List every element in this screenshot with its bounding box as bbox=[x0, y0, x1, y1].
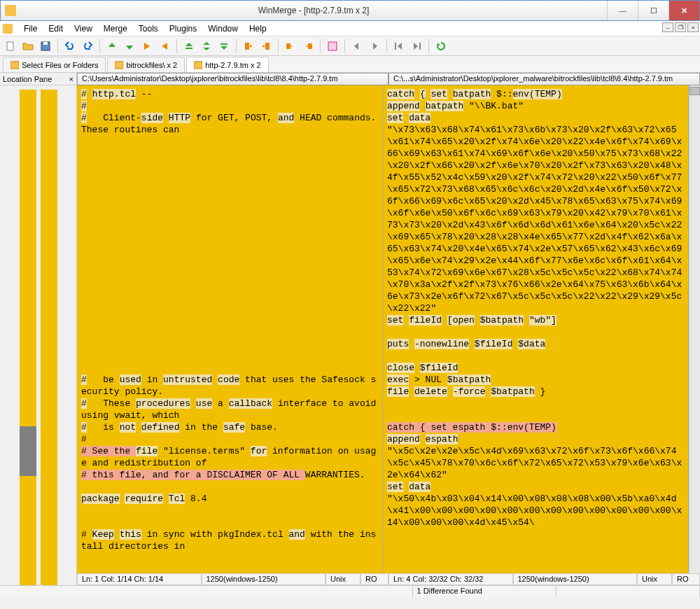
code-segment: use bbox=[196, 398, 212, 409]
new-button[interactable] bbox=[3, 38, 18, 54]
copy-right-adv-button[interactable] bbox=[283, 38, 298, 54]
code-segment: Client- bbox=[87, 113, 141, 123]
left-diff-pane[interactable]: # http.tcl -- # # Client-side HTTP for G… bbox=[77, 85, 383, 573]
mdi-close-button[interactable]: × bbox=[687, 22, 699, 32]
copy-right-button[interactable] bbox=[241, 38, 256, 54]
code-segment: $batpath bbox=[491, 386, 534, 397]
svg-rect-3 bbox=[186, 48, 192, 49]
left-path: C:\Users\Administrator\Desktop\jxplorer\… bbox=[77, 73, 388, 85]
menu-file[interactable]: File bbox=[18, 24, 43, 34]
code-segment: in the bbox=[179, 422, 223, 433]
svg-rect-4 bbox=[220, 43, 227, 45]
menu-edit[interactable]: Edit bbox=[43, 24, 69, 34]
redo-button[interactable] bbox=[80, 38, 95, 54]
svg-rect-7 bbox=[419, 43, 421, 50]
left-status-enc: 1250(windows-1250) bbox=[202, 573, 326, 585]
code-segment: catch { set espath $::env(TEMP) bbox=[387, 422, 556, 433]
code-segment: delete bbox=[414, 386, 447, 397]
svg-rect-0 bbox=[7, 42, 13, 50]
mdi-minimize-button[interactable]: – bbox=[662, 22, 673, 32]
code-segment bbox=[409, 386, 414, 397]
code-segment bbox=[420, 101, 426, 111]
file-tab[interactable]: Select Files or Folders bbox=[3, 57, 106, 72]
code-segment bbox=[430, 113, 436, 123]
save-button[interactable] bbox=[38, 38, 53, 54]
next-file-button[interactable] bbox=[367, 38, 382, 54]
vertical-scrollbar[interactable] bbox=[689, 85, 700, 573]
menu-help[interactable]: Help bbox=[244, 24, 272, 34]
first-diff-button[interactable] bbox=[181, 38, 197, 54]
menu-merge[interactable]: Merge bbox=[98, 24, 133, 34]
file-tab[interactable]: bitrockfiles\ x 2 bbox=[107, 57, 185, 72]
code-segment bbox=[190, 398, 196, 409]
last-diff-button[interactable] bbox=[216, 38, 232, 54]
next-page-button[interactable] bbox=[409, 38, 424, 54]
code-segment: not bbox=[120, 422, 136, 433]
code-segment: data bbox=[409, 482, 430, 492]
minimize-button[interactable]: — bbox=[607, 1, 638, 20]
all-right-button[interactable] bbox=[325, 38, 340, 54]
right-status-mode: RO bbox=[672, 573, 700, 585]
location-pane-close-icon[interactable]: × bbox=[69, 75, 74, 83]
toolbar bbox=[0, 36, 700, 56]
window-title: WinMerge - [http-2.7.9.tm x 2] bbox=[20, 6, 607, 15]
code-segment: and bbox=[289, 529, 305, 540]
code-segment: file bbox=[136, 446, 158, 456]
status-bar: 1 Difference Found bbox=[0, 585, 700, 597]
code-segment: side bbox=[141, 113, 163, 123]
code-segment bbox=[409, 339, 414, 349]
open-button[interactable] bbox=[20, 38, 36, 54]
menu-window[interactable]: Window bbox=[202, 24, 244, 34]
close-button[interactable]: ✕ bbox=[668, 1, 699, 20]
location-strip-left[interactable] bbox=[20, 90, 36, 585]
menu-view[interactable]: View bbox=[69, 24, 98, 34]
menu-tools[interactable]: Tools bbox=[133, 24, 164, 34]
undo-button[interactable] bbox=[62, 38, 78, 54]
code-segment: # bbox=[81, 113, 87, 123]
diff-up-button[interactable] bbox=[104, 38, 120, 54]
mdi-restore-button[interactable]: ❐ bbox=[675, 22, 686, 32]
copy-left-adv-button[interactable] bbox=[300, 38, 316, 54]
diff-left-button[interactable] bbox=[157, 38, 172, 54]
code-segment: # bbox=[81, 422, 87, 433]
code-segment: safe bbox=[223, 422, 245, 433]
code-segment: HTTP bbox=[169, 113, 190, 123]
code-segment: http.tcl bbox=[92, 89, 136, 99]
code-segment: $batpath bbox=[447, 374, 491, 385]
svg-rect-2 bbox=[43, 42, 48, 45]
file-tab[interactable]: http-2.7.9.tm x 2 bbox=[186, 57, 268, 72]
code-segment bbox=[114, 529, 120, 540]
code-segment: set bbox=[387, 113, 403, 123]
code-segment: # bbox=[81, 398, 87, 409]
maximize-button[interactable]: ☐ bbox=[638, 1, 668, 20]
diff-right-button[interactable] bbox=[139, 38, 155, 54]
location-strip-right[interactable] bbox=[41, 90, 57, 585]
prev-file-button[interactable] bbox=[349, 38, 365, 54]
prev-page-button[interactable] bbox=[391, 38, 407, 54]
menu-plugins[interactable]: Plugins bbox=[164, 24, 202, 34]
code-segment: file bbox=[387, 386, 409, 397]
diff-summary: 1 Difference Found bbox=[413, 586, 556, 597]
code-segment: catch bbox=[387, 89, 414, 99]
file-tab-label: Select Files or Folders bbox=[22, 61, 98, 69]
code-segment: append bbox=[387, 434, 420, 444]
code-segment bbox=[414, 89, 420, 99]
code-segment: for bbox=[251, 446, 267, 456]
code-segment bbox=[414, 363, 420, 373]
code-segment bbox=[163, 113, 169, 123]
folder-icon bbox=[10, 61, 19, 69]
code-segment: package bbox=[81, 493, 120, 504]
svg-rect-8 bbox=[10, 62, 19, 69]
copy-left-button[interactable] bbox=[258, 38, 274, 54]
curr-diff-button[interactable] bbox=[199, 38, 214, 54]
refresh-button[interactable] bbox=[433, 38, 449, 54]
code-segment: Keep bbox=[92, 529, 114, 540]
right-diff-pane[interactable]: catch { set batpath $::env(TEMP) append … bbox=[383, 85, 689, 573]
code-segment: in sync with pkgIndex.tcl bbox=[141, 529, 289, 540]
code-segment: "\x50\x4b\x03\x04\x14\x00\x08\x08\x08\x0… bbox=[387, 493, 682, 528]
code-segment: this bbox=[120, 529, 141, 540]
svg-rect-5 bbox=[328, 42, 337, 50]
diff-down-button[interactable] bbox=[122, 38, 137, 54]
code-segment: set bbox=[387, 482, 403, 492]
code-segment: # bbox=[81, 434, 87, 444]
